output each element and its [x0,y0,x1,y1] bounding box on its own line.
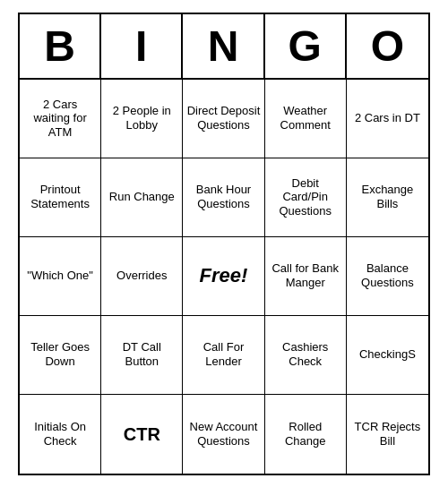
bingo-cell-17: Call For Lender [183,316,264,395]
bingo-cell-18: Cashiers Check [265,316,347,395]
bingo-letter-g: G [265,14,347,78]
bingo-header: BINGO [20,14,428,80]
bingo-cell-8: Debit Card/Pin Questions [265,158,347,237]
bingo-cell-6: Run Change [101,158,183,237]
bingo-cell-3: Weather Comment [265,80,347,158]
bingo-cell-13: Call for Bank Manger [265,237,347,316]
bingo-cell-24: TCR Rejects Bill [347,395,428,474]
bingo-cell-10: "Which One" [20,237,101,316]
bingo-cell-19: CheckingS [347,316,428,395]
bingo-letter-n: N [183,14,264,78]
bingo-cell-12: Free! [183,237,264,316]
bingo-cell-7: Bank Hour Questions [183,158,264,237]
bingo-cell-14: Balance Questions [347,237,428,316]
bingo-cell-0: 2 Cars waiting for ATM [20,80,101,158]
bingo-cell-2: Direct Deposit Questions [183,80,264,158]
bingo-cell-1: 2 People in Lobby [101,80,183,158]
bingo-card: BINGO 2 Cars waiting for ATM2 People in … [18,13,430,475]
bingo-cell-16: DT Call Button [101,316,183,395]
bingo-grid: 2 Cars waiting for ATM2 People in LobbyD… [20,80,428,474]
bingo-cell-11: Overrides [101,237,183,316]
bingo-cell-22: New Account Questions [183,395,264,474]
bingo-cell-5: Printout Statements [20,158,101,237]
bingo-cell-4: 2 Cars in DT [347,80,428,158]
bingo-letter-o: O [347,14,428,78]
bingo-cell-15: Teller Goes Down [20,316,101,395]
bingo-cell-21: CTR [101,395,183,474]
bingo-cell-9: Exchange Bills [347,158,428,237]
bingo-cell-23: Rolled Change [265,395,347,474]
bingo-letter-b: B [20,14,101,78]
bingo-cell-20: Initials On Check [20,395,101,474]
bingo-letter-i: I [101,14,183,78]
